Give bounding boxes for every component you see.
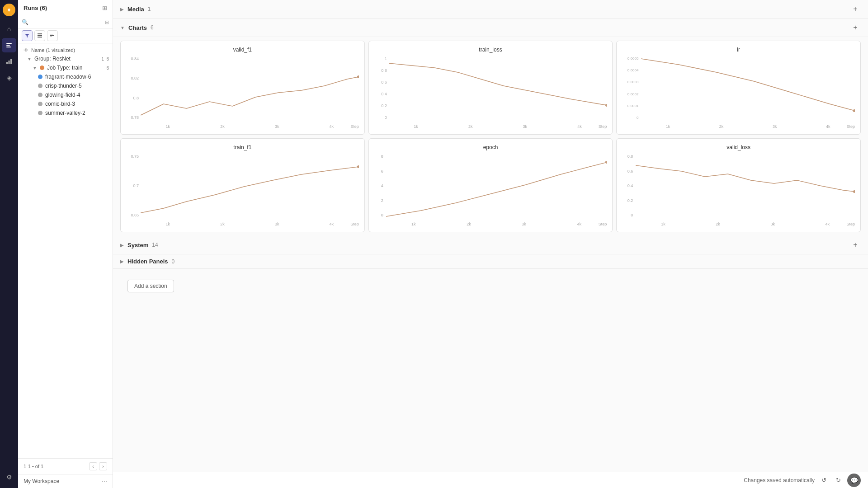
chart-train-loss-title: train_loss <box>374 47 607 53</box>
epoch-x-labels: 1k2k3k4k <box>386 222 607 226</box>
tree-name-label: Name (1 visualized) <box>31 47 75 53</box>
chart-valid-f1: valid_f1 0.840.820.80.78 1k2k3k4k Step <box>120 41 365 135</box>
group-resnet-badge: 1 6 <box>101 56 109 61</box>
filter-runs-btn[interactable] <box>22 30 33 41</box>
artifact-nav-icon[interactable]: ◈ <box>2 70 16 85</box>
hidden-panels-title: Hidden Panels <box>127 258 168 265</box>
svg-point-12 <box>853 109 855 112</box>
jobtype-train-badge: 6 <box>106 66 109 70</box>
run-glowing-field[interactable]: glowing-field-4 <box>18 90 113 99</box>
table-view-btn[interactable] <box>34 30 45 41</box>
charts-chevron-icon: ▼ <box>120 25 125 30</box>
svg-point-13 <box>357 165 359 168</box>
sidebar-title: Runs (6) <box>24 5 47 11</box>
workspace-menu-icon[interactable]: ⋯ <box>102 478 107 484</box>
run-crisp-label: crisp-thunder-5 <box>45 83 82 89</box>
svg-rect-5 <box>9 61 10 64</box>
valid-f1-y-labels: 0.840.820.80.78 <box>126 56 141 120</box>
run-comic-bird[interactable]: comic-bird-3 <box>18 99 113 108</box>
system-chevron-icon: ▶ <box>120 243 124 248</box>
media-section-header[interactable]: ▶ Media 1 + <box>113 0 868 19</box>
lr-axis-label: Step <box>846 124 855 129</box>
charts-add-btn[interactable]: + <box>850 22 861 33</box>
lr-svg <box>641 56 855 120</box>
sidebar-run-tree: 👁 Name (1 visualized) ▼ Group: ResNet 1 … <box>18 43 113 458</box>
workspace-label: My Workspace <box>24 478 59 484</box>
hidden-panels-section-header[interactable]: ▶ Hidden Panels 0 <box>113 254 868 269</box>
app-logo[interactable] <box>3 4 15 16</box>
lr-x-labels: 1k2k3k4k <box>641 124 855 129</box>
group-resnet-label: Group: ResNet <box>34 56 71 62</box>
icon-bar: ⌂ ◈ ⚙ <box>0 0 18 488</box>
lr-y-labels: 0.00050.00040.00030.00020.00010 <box>622 56 640 120</box>
valid-f1-axis-label: Step <box>350 124 359 129</box>
settings-nav-icon[interactable]: ⚙ <box>2 470 16 484</box>
svg-rect-1 <box>6 43 12 44</box>
run-comic-label: comic-bird-3 <box>45 101 75 107</box>
chart-lr: lr 0.00050.00040.00030.00020.00010 1k2k3… <box>616 41 861 135</box>
search-options-icon[interactable]: ⊞ <box>105 19 109 25</box>
workspace-bar: My Workspace ⋯ <box>18 474 113 488</box>
epoch-svg <box>386 154 607 217</box>
chart-train-f1-title: train_f1 <box>126 144 359 150</box>
svg-point-10 <box>357 75 359 78</box>
sidebar-expand-icon[interactable]: ⊞ <box>102 5 107 11</box>
prev-page-btn[interactable]: ‹ <box>89 462 97 470</box>
runs-nav-icon[interactable] <box>2 38 16 52</box>
run-fragrant-meadow[interactable]: fragrant-meadow-6 <box>18 72 113 81</box>
add-section-area: Add a section <box>113 269 868 325</box>
chevron-down-icon-2: ▼ <box>33 66 37 70</box>
system-section-header[interactable]: ▶ System 14 + <box>113 236 868 254</box>
run-fragrant-label: fragrant-meadow-6 <box>45 74 91 80</box>
refresh-icon[interactable]: ↻ <box>833 475 844 486</box>
sort-btn[interactable] <box>47 30 58 41</box>
sidebar-toolbar <box>18 28 113 43</box>
media-add-btn[interactable]: + <box>850 4 861 14</box>
chart-nav-icon[interactable] <box>2 54 16 69</box>
valid-loss-x-labels: 1k2k3k4k <box>636 222 855 226</box>
chart-lr-title: lr <box>622 47 855 53</box>
pagination-text: 1-1 • of 1 <box>24 464 43 469</box>
sidebar-header: Runs (6) ⊞ <box>18 0 113 16</box>
run-summer-valley[interactable]: summer-valley-2 <box>18 108 113 117</box>
chart-valid-f1-title: valid_f1 <box>126 47 359 53</box>
svg-point-11 <box>605 104 607 107</box>
run-dot-gray-4 <box>38 111 42 115</box>
system-add-btn[interactable]: + <box>850 239 861 250</box>
jobtype-dot <box>40 66 44 70</box>
sidebar-footer: 1-1 • of 1 ‹ › <box>18 458 113 474</box>
svg-point-15 <box>853 190 855 193</box>
tree-jobtype-train[interactable]: ▼ Job Type: train 6 <box>18 63 113 72</box>
add-section-button[interactable]: Add a section <box>127 280 174 292</box>
system-section-count: 14 <box>152 242 158 248</box>
sidebar-search-bar: 🔍 ⊞ <box>18 16 113 28</box>
next-page-btn[interactable]: › <box>99 462 107 470</box>
media-section-count: 1 <box>148 6 151 12</box>
search-input[interactable] <box>31 19 102 25</box>
search-icon: 🔍 <box>22 19 28 25</box>
undo-icon[interactable]: ↺ <box>818 475 829 486</box>
train-loss-y-labels: 10.80.60.40.20 <box>374 56 389 120</box>
train-loss-x-labels: 1k2k3k4k <box>389 124 607 129</box>
chart-train-loss: train_loss 10.80.60.40.20 1k2k3k4k Step <box>368 41 613 135</box>
svg-rect-8 <box>38 35 42 36</box>
valid-f1-x-labels: 1k2k3k4k <box>141 124 359 129</box>
valid-loss-y-labels: 0.80.60.40.20 <box>622 154 635 217</box>
tree-name-header[interactable]: 👁 Name (1 visualized) <box>18 46 113 54</box>
home-nav-icon[interactable]: ⌂ <box>2 22 16 36</box>
svg-rect-4 <box>6 62 8 64</box>
run-crisp-thunder[interactable]: crisp-thunder-5 <box>18 81 113 90</box>
chart-valid-loss-title: valid_loss <box>622 144 855 150</box>
svg-point-14 <box>605 161 607 164</box>
train-f1-y-labels: 0.750.70.65 <box>126 154 141 217</box>
tree-group-resnet[interactable]: ▼ Group: ResNet 1 6 <box>18 54 113 63</box>
pagination-controls: ‹ › <box>89 462 107 470</box>
chat-icon[interactable]: 💬 <box>847 474 861 487</box>
charts-section-header[interactable]: ▼ Charts 6 + <box>113 19 868 37</box>
train-loss-axis-label: Step <box>599 124 607 129</box>
run-dot-gray-1 <box>38 84 42 88</box>
run-summer-label: summer-valley-2 <box>45 110 85 116</box>
chart-train-f1: train_f1 0.750.70.65 1k2k3k4k Step <box>120 138 365 232</box>
train-loss-svg <box>389 56 607 120</box>
svg-rect-9 <box>38 37 42 38</box>
